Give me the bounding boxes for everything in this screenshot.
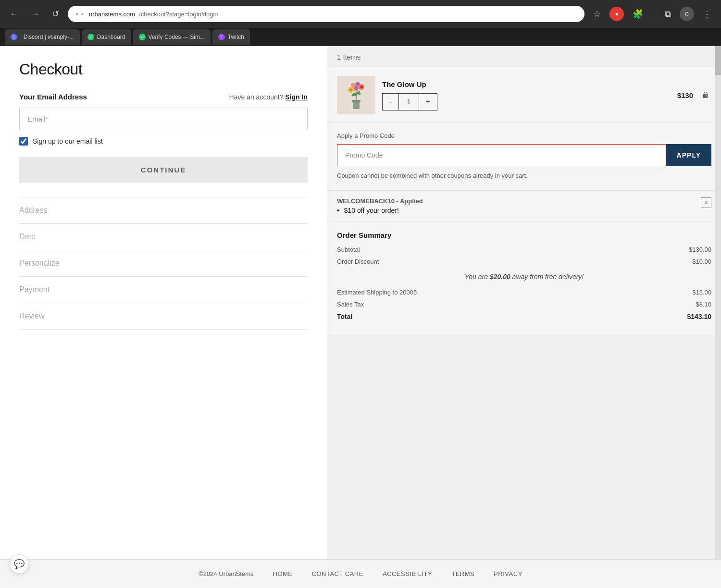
checkbox-row: Sign up to our email list (19, 137, 308, 146)
svg-point-13 (351, 83, 355, 87)
shipping-value: $15.00 (692, 289, 711, 296)
section-payment: Payment (19, 276, 308, 303)
left-panel: Checkout Your Email Address Have an acco… (0, 46, 327, 559)
promo-label: Apply a Promo Code (337, 132, 711, 139)
tab-verify-label: Verify Codes — Sim... (149, 34, 205, 40)
total-row: Total $143.10 (337, 313, 711, 320)
address-domain: urbanstems.com (89, 11, 135, 18)
quantity-plus-button[interactable]: + (419, 94, 437, 110)
email-list-checkbox[interactable] (19, 137, 28, 146)
free-delivery-message: You are $20.00 away from free delivery! (337, 272, 711, 282)
extensions-button[interactable]: 🧩 (629, 7, 647, 21)
svg-point-8 (349, 88, 352, 91)
section-review-label: Review (19, 312, 44, 320)
bullet-icon: • (337, 207, 339, 214)
continue-button[interactable]: CONTINUE (19, 157, 308, 183)
order-summary-title: Order Summary (337, 231, 711, 239)
chat-widget[interactable]: 💬 (10, 554, 29, 574)
section-date-label: Date (19, 233, 36, 241)
delete-item-button[interactable]: 🗑 (700, 89, 711, 101)
coupon-code: WELCOMEBACK10 - Applied (337, 197, 423, 205)
right-panel: 1 Items (327, 46, 721, 559)
menu-button[interactable]: ⋮ (699, 7, 715, 21)
cart-item: The Glow Up - 1 + $130 🗑 (327, 68, 721, 122)
coupon-info: WELCOMEBACK10 - Applied • $10 off your o… (337, 197, 423, 214)
footer-privacy-link[interactable]: PRIVACY (494, 570, 522, 577)
total-label: Total (337, 313, 352, 320)
back-button[interactable]: ← (6, 7, 22, 21)
promo-section: Apply a Promo Code APPLY Coupon cannot b… (327, 122, 721, 191)
profile-button[interactable]: 0 (680, 7, 694, 21)
tab-dashboard-label: Dashboard (97, 34, 125, 40)
divider (654, 9, 654, 19)
tabs-bar: D · Discord | #simply-... ✓ Dashboard ✓ … (0, 28, 721, 46)
quantity-value: 1 (398, 94, 419, 110)
checkbox-label: Sign up to our email list (33, 137, 103, 145)
cart-item-image (337, 76, 375, 114)
scrollbar-thumb[interactable] (715, 46, 721, 75)
svg-point-10 (360, 86, 363, 88)
bookmark-button[interactable]: ☆ (589, 7, 605, 21)
tabs-button[interactable]: ⧉ (661, 7, 675, 21)
section-date: Date (19, 223, 308, 250)
footer-terms-link[interactable]: TERMS (451, 570, 474, 577)
shipping-row: Estimated Shipping to 20005 $15.00 (337, 289, 711, 296)
refresh-button[interactable]: ↺ (48, 7, 63, 21)
promo-note: Coupon cannot be combined with other cou… (337, 171, 711, 181)
scrollbar-track[interactable] (715, 46, 721, 559)
tab-verify[interactable]: ✓ Verify Codes — Sim... (133, 29, 211, 45)
tax-value: $8.10 (696, 301, 711, 308)
discount-value: - $10.00 (688, 258, 711, 265)
signin-link[interactable]: Sign In (285, 93, 308, 101)
email-input[interactable] (19, 108, 308, 130)
tab-twitch-label: Twitch (228, 34, 244, 40)
subtotal-row: Subtotal $130.00 (337, 246, 711, 253)
checkout-title: Checkout (19, 61, 308, 78)
order-summary: Order Summary Subtotal $130.00 Order Dis… (327, 221, 721, 335)
section-payment-label: Payment (19, 285, 50, 294)
footer-accessibility-link[interactable]: ACCESSIBILITY (383, 570, 432, 577)
coupon-discount: • $10 off your order! (337, 207, 423, 214)
total-value: $143.10 (687, 313, 711, 320)
tab-twitch[interactable]: T Twitch (212, 29, 250, 45)
tab-discord[interactable]: D · Discord | #simply-... (5, 29, 80, 45)
cart-item-price: $130 (677, 91, 693, 99)
footer-home-link[interactable]: HOME (273, 570, 293, 577)
cart-item-details: The Glow Up - 1 + (382, 80, 671, 110)
record-button[interactable]: ● (609, 7, 624, 21)
chat-icon: 💬 (14, 559, 25, 569)
twitch-icon: T (218, 34, 225, 40)
footer: ©2024 UrbanStems HOME CONTACT CARE ACCES… (0, 559, 721, 588)
shipping-label: Estimated Shipping to 20005 (337, 289, 417, 296)
copyright: ©2024 UrbanStems (199, 570, 253, 577)
free-delivery-amount: $20.00 (490, 273, 510, 281)
tab-discord-label: · Discord | #simply-... (20, 34, 74, 40)
subtotal-value: $130.00 (689, 246, 711, 253)
footer-contact-link[interactable]: CONTACT CARE (312, 570, 363, 577)
svg-rect-0 (353, 101, 360, 109)
promo-input[interactable] (337, 144, 666, 166)
apply-promo-button[interactable]: APPLY (666, 144, 711, 166)
section-personalize-label: Personalize (19, 259, 60, 267)
svg-rect-1 (352, 100, 360, 102)
section-address: Address (19, 197, 308, 223)
tax-row: Sales Tax $8.10 (337, 301, 711, 308)
subtotal-label: Subtotal (337, 246, 360, 253)
quantity-minus-button[interactable]: - (383, 94, 398, 110)
address-bar[interactable]: ⚬⚬ urbanstems.com /checkout?stage=login#… (68, 6, 584, 22)
main-content: Checkout Your Email Address Have an acco… (0, 46, 721, 559)
email-section: Your Email Address Have an account? Sign… (19, 93, 308, 146)
tab-dashboard[interactable]: ✓ Dashboard (82, 29, 131, 45)
signin-text: Have an account? Sign In (229, 93, 308, 101)
cart-header: 1 Items (327, 46, 721, 68)
section-review: Review (19, 303, 308, 330)
coupon-applied-section: WELCOMEBACK10 - Applied • $10 off your o… (327, 191, 721, 221)
forward-button[interactable]: → (27, 7, 43, 21)
email-label: Your Email Address (19, 93, 87, 101)
promo-input-row: APPLY (337, 144, 711, 166)
verify-icon: ✓ (139, 34, 146, 40)
tax-label: Sales Tax (337, 301, 364, 308)
page-wrapper: Checkout Your Email Address Have an acco… (0, 46, 721, 588)
email-header: Your Email Address Have an account? Sign… (19, 93, 308, 101)
coupon-remove-button[interactable]: × (701, 197, 711, 208)
